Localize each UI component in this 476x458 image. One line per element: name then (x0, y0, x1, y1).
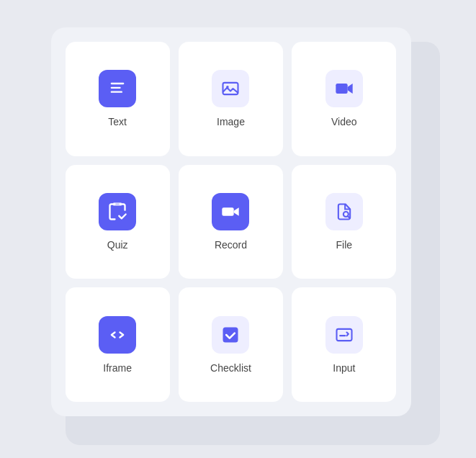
svg-rect-1 (111, 87, 121, 89)
record-icon (220, 202, 241, 222)
grid-item-image[interactable]: Image (179, 42, 283, 156)
video-label: Video (331, 116, 357, 127)
quiz-icon (107, 202, 127, 222)
file-icon-wrap (325, 193, 363, 230)
video-icon-wrap (325, 70, 363, 107)
iframe-icon (107, 325, 127, 345)
image-icon (220, 78, 241, 99)
input-icon (334, 325, 354, 345)
grid-item-file[interactable]: File (292, 165, 396, 279)
main-card: Text Image (51, 27, 411, 416)
text-icon-wrap (99, 70, 136, 107)
record-icon-wrap (212, 193, 249, 230)
input-label: Input (333, 362, 355, 374)
record-label: Record (215, 239, 247, 251)
checklist-label: Checklist (210, 362, 251, 374)
content-grid: Text Image (66, 42, 397, 402)
image-label: Image (217, 116, 245, 127)
text-icon (107, 78, 127, 99)
checklist-icon-wrap (212, 316, 249, 354)
image-icon-wrap (212, 70, 249, 107)
file-label: File (336, 239, 353, 251)
iframe-icon-wrap (99, 316, 136, 354)
grid-item-text[interactable]: Text (66, 42, 170, 156)
svg-rect-2 (111, 91, 122, 93)
file-icon (334, 202, 354, 222)
quiz-icon-wrap (99, 193, 136, 230)
video-icon (334, 78, 354, 99)
svg-rect-3 (223, 83, 238, 94)
iframe-label: Iframe (103, 362, 132, 374)
svg-rect-7 (223, 207, 234, 216)
svg-rect-0 (111, 83, 125, 84)
outer-card: Text Image (51, 27, 426, 431)
checklist-icon (220, 325, 241, 345)
svg-rect-5 (336, 84, 347, 94)
svg-rect-6 (113, 202, 122, 206)
svg-rect-10 (336, 328, 351, 340)
grid-item-quiz[interactable]: Quiz (66, 165, 170, 279)
grid-item-video[interactable]: Video (292, 42, 396, 156)
grid-item-checklist[interactable]: Checklist (179, 287, 283, 402)
grid-item-record[interactable]: Record (179, 165, 283, 279)
grid-item-iframe[interactable]: Iframe (66, 287, 170, 402)
svg-rect-9 (223, 327, 238, 342)
grid-item-input[interactable]: Input (292, 287, 396, 402)
quiz-label: Quiz (107, 239, 128, 251)
input-icon-wrap (325, 316, 363, 354)
text-label: Text (108, 116, 127, 127)
